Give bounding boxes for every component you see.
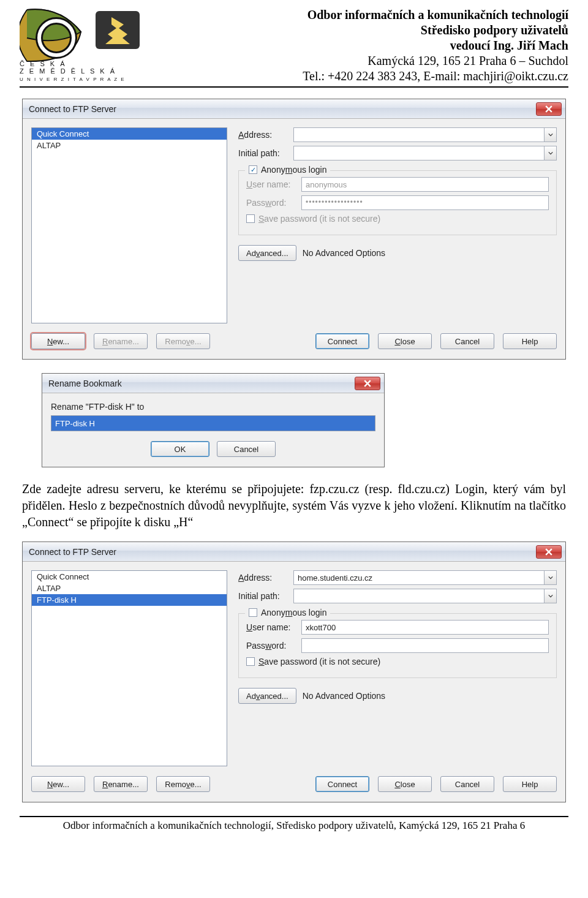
cancel-button[interactable]: Cancel — [440, 333, 494, 349]
new-button[interactable]: New... — [31, 333, 85, 349]
advanced-button[interactable]: Advanced... — [238, 688, 296, 704]
logo-text-1: Č E S K Á — [20, 60, 67, 67]
instruction-paragraph: Zde zadejte adresu serveru, ke kterému s… — [22, 481, 566, 530]
chevron-down-icon[interactable] — [545, 127, 557, 142]
login-group: Anonymous login User name: Password: — [238, 613, 557, 678]
page-footer: Odbor informačních a komunikačních techn… — [20, 820, 568, 832]
password-label: Password: — [246, 641, 301, 651]
address-label: Address: — [238, 573, 293, 583]
save-password-label: Save password (it is not secure) — [258, 657, 380, 666]
anonymous-checkbox[interactable]: ✓ — [249, 165, 257, 174]
close-icon[interactable] — [355, 377, 380, 390]
new-button[interactable]: New... — [31, 776, 85, 792]
connect-dialog-2: Connect to FTP Server Quick Connect ALTA… — [22, 541, 566, 802]
rename-button[interactable]: Rename... — [94, 333, 148, 349]
chevron-down-icon[interactable] — [545, 570, 557, 585]
address-input[interactable] — [293, 570, 545, 585]
anonymous-label: Anonymous login — [261, 608, 326, 617]
username-input[interactable] — [301, 177, 549, 192]
username-label: User name: — [246, 179, 301, 189]
help-button[interactable]: Help — [503, 333, 557, 349]
close-button[interactable]: Close — [378, 776, 432, 792]
address-input[interactable] — [293, 127, 545, 142]
logo-text-2: Z E M Ě D Ě L S K Á — [20, 67, 116, 75]
connect-button[interactable]: Connect — [315, 333, 369, 349]
list-item[interactable]: Quick Connect — [32, 571, 227, 583]
list-item[interactable]: ALTAP — [32, 583, 227, 594]
dialog-titlebar[interactable]: Connect to FTP Server — [23, 542, 565, 562]
initial-path-label: Initial path: — [238, 148, 293, 158]
bookmarks-list[interactable]: Quick Connect ALTAP — [31, 127, 227, 323]
anonymous-label: Anonymous login — [261, 165, 326, 175]
rename-input[interactable] — [51, 415, 375, 431]
cancel-button[interactable]: Cancel — [217, 441, 276, 457]
list-item[interactable]: Quick Connect — [32, 128, 227, 140]
address-label: Address: — [238, 130, 293, 140]
logo-text-3: U N I V E R Z I T A V P R A Z E — [20, 77, 126, 81]
close-icon[interactable] — [536, 102, 562, 116]
save-password-checkbox[interactable] — [246, 214, 255, 223]
initial-path-label: Initial path: — [238, 591, 293, 601]
password-label: Password: — [246, 198, 301, 208]
chevron-down-icon[interactable] — [545, 146, 557, 160]
dialog-titlebar[interactable]: Connect to FTP Server — [23, 99, 565, 119]
password-input[interactable] — [301, 638, 549, 653]
advanced-status: No Advanced Options — [303, 248, 385, 258]
close-button[interactable]: Close — [378, 333, 432, 349]
connect-dialog-1: Connect to FTP Server Quick Connect ALTA… — [22, 99, 566, 360]
initial-path-input[interactable] — [293, 146, 545, 160]
dialog-title: Connect to FTP Server — [29, 547, 116, 557]
anonymous-checkbox[interactable] — [249, 608, 257, 617]
dialog-title: Rename Bookmark — [48, 379, 122, 388]
username-input[interactable] — [301, 620, 549, 635]
university-logo: Č E S K Á Z E M Ě D Ě L S K Á U N I V E … — [20, 7, 142, 83]
save-password-checkbox[interactable] — [246, 657, 255, 666]
list-item[interactable]: FTP-disk H — [32, 594, 227, 606]
chevron-down-icon[interactable] — [545, 589, 557, 603]
header-line-3: vedoucí Ing. Jiří Mach — [303, 38, 568, 53]
username-label: User name: — [246, 622, 301, 632]
remove-button[interactable]: Remove... — [156, 776, 210, 792]
connect-button[interactable]: Connect — [315, 776, 369, 792]
bookmarks-list[interactable]: Quick Connect ALTAP FTP-disk H — [31, 570, 227, 766]
rename-dialog: Rename Bookmark Rename "FTP-disk H" to O… — [42, 373, 385, 467]
save-password-label: Save password (it is not secure) — [258, 214, 380, 224]
rename-button[interactable]: Rename... — [94, 776, 148, 792]
dialog-titlebar[interactable]: Rename Bookmark — [42, 374, 384, 393]
close-icon[interactable] — [536, 545, 562, 559]
initial-path-input[interactable] — [293, 589, 545, 603]
header-line-4: Kamýcká 129, 165 21 Praha 6 – Suchdol — [303, 53, 568, 69]
footer-divider — [20, 816, 568, 817]
page-header: Č E S K Á Z E M Ě D Ě L S K Á U N I V E … — [20, 7, 568, 84]
help-button[interactable]: Help — [503, 776, 557, 792]
advanced-status: No Advanced Options — [303, 691, 385, 701]
password-input[interactable]: •••••••••••••••••• — [301, 195, 549, 210]
cancel-button[interactable]: Cancel — [440, 776, 494, 792]
list-item[interactable]: ALTAP — [32, 140, 227, 151]
header-divider — [20, 86, 568, 88]
header-line-2: Středisko podpory uživatelů — [303, 23, 568, 38]
ok-button[interactable]: OK — [151, 441, 209, 457]
header-line-1: Odbor informačních a komunikačních techn… — [303, 7, 568, 23]
rename-prompt: Rename "FTP-disk H" to — [51, 402, 375, 412]
login-group: ✓ Anonymous login User name: Password: •… — [238, 170, 557, 235]
remove-button[interactable]: Remove... — [156, 333, 210, 349]
advanced-button[interactable]: Advanced... — [238, 245, 296, 261]
header-line-5: Tel.: +420 224 383 243, E-mail: machjiri… — [303, 69, 568, 84]
dialog-title: Connect to FTP Server — [29, 104, 116, 114]
